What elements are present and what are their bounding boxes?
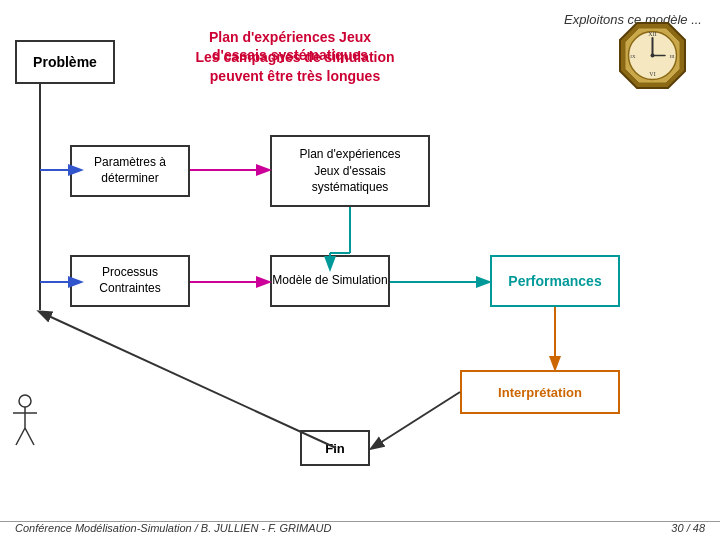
box-modele-label: Modèle de Simulation	[272, 273, 387, 289]
campaign-description: Les campagnes de simulation peuvent être…	[185, 48, 405, 86]
box-fin: Fin	[300, 430, 370, 466]
svg-text:VI: VI	[649, 71, 655, 77]
footer: Conférence Modélisation-Simulation / B. …	[0, 521, 720, 534]
svg-text:IX: IX	[630, 54, 636, 59]
box-interpretation: Interprétation	[460, 370, 620, 414]
svg-text:XII: XII	[648, 31, 656, 37]
svg-text:III: III	[670, 54, 675, 59]
box-probleme: Problème	[15, 40, 115, 84]
page-number: 30 / 48	[671, 522, 705, 534]
svg-line-13	[16, 428, 25, 445]
svg-line-14	[25, 428, 34, 445]
svg-point-10	[19, 395, 31, 407]
box-plan: Plan d'expériencesJeux d'essaissystémati…	[270, 135, 430, 207]
box-params-label: Paramètres à déterminer	[72, 155, 188, 186]
box-plan-label: Plan d'expériencesJeux d'essaissystémati…	[299, 146, 400, 196]
box-modele: Modèle de Simulation	[270, 255, 390, 307]
box-params: Paramètres à déterminer	[70, 145, 190, 197]
person-icon	[8, 393, 43, 455]
box-performances: Performances	[490, 255, 620, 307]
box-processus-label: Processus Contraintes	[72, 265, 188, 296]
svg-point-9	[651, 54, 655, 58]
clock-icon: XII III VI IX	[615, 18, 690, 93]
box-processus: Processus Contraintes	[70, 255, 190, 307]
footer-text: Conférence Modélisation-Simulation / B. …	[15, 522, 331, 534]
svg-line-22	[372, 392, 460, 448]
svg-line-23	[40, 312, 336, 448]
